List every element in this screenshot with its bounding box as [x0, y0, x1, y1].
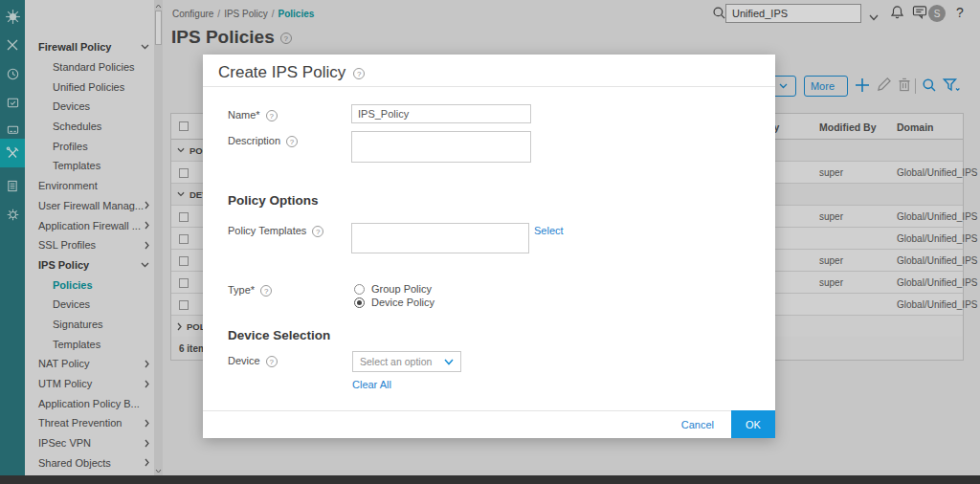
- device-label: Device?: [228, 355, 278, 367]
- app-root: Firewall Policy Standard Policies Unifie…: [0, 0, 980, 484]
- device-selection-heading: Device Selection: [228, 328, 330, 342]
- device-select-dropdown[interactable]: Select an option: [352, 351, 461, 372]
- name-input[interactable]: [351, 104, 531, 123]
- description-input[interactable]: [351, 131, 531, 163]
- policy-options-heading: Policy Options: [228, 193, 319, 208]
- clear-all-link[interactable]: Clear All: [352, 379, 391, 390]
- radio-device-policy[interactable]: Device Policy: [354, 297, 434, 308]
- name-label: Name*?: [228, 109, 278, 121]
- name-help-icon[interactable]: ?: [266, 110, 278, 121]
- radio-unchecked-icon: [354, 284, 365, 295]
- description-label: Description?: [228, 135, 298, 147]
- modal-help-icon[interactable]: ?: [353, 68, 365, 79]
- type-label: Type*?: [228, 284, 272, 297]
- modal-title: Create IPS Policy?: [218, 63, 365, 82]
- chevron-down-icon: [444, 359, 454, 365]
- radio-checked-icon: [354, 297, 365, 308]
- bottom-window-edge: [0, 475, 980, 484]
- radio-group-policy[interactable]: Group Policy: [354, 283, 432, 295]
- modal-header-divider: [203, 86, 775, 87]
- select-link[interactable]: Select: [534, 225, 564, 236]
- ok-button[interactable]: OK: [731, 410, 775, 438]
- device-help-icon[interactable]: ?: [266, 356, 278, 367]
- cancel-button[interactable]: Cancel: [681, 419, 714, 430]
- dropdown-placeholder: Select an option: [360, 356, 432, 367]
- policy-templates-help-icon[interactable]: ?: [312, 226, 323, 237]
- policy-templates-box[interactable]: [351, 223, 529, 253]
- type-help-icon[interactable]: ?: [260, 285, 272, 297]
- description-help-icon[interactable]: ?: [286, 136, 298, 147]
- create-ips-policy-modal: Create IPS Policy? Name*? Description? P…: [203, 55, 775, 438]
- policy-templates-label: Policy Templates?: [228, 225, 323, 237]
- modal-footer-divider: [203, 410, 775, 411]
